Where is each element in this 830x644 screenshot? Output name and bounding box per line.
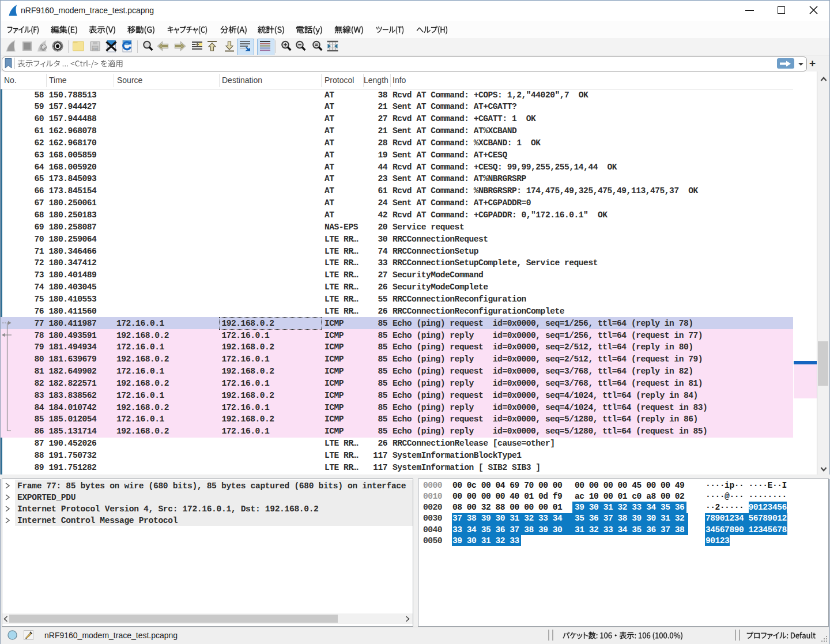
svg-text:010: 010: [92, 47, 97, 51]
